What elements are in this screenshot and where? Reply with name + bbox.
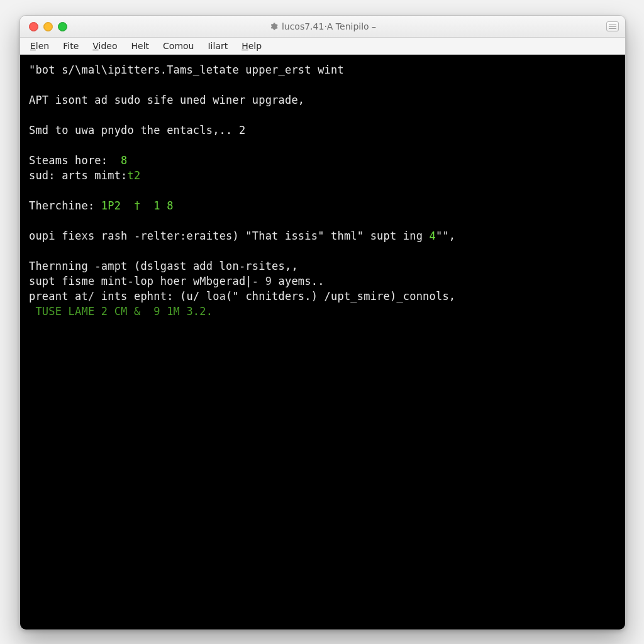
terminal-text: † xyxy=(134,199,140,212)
terminal-text: 1P2 xyxy=(101,199,134,212)
terminal-text: : (u/ lo xyxy=(167,290,219,303)
terminal-line: "bot s/\mal\ipitters.Tams_letate upper_e… xyxy=(29,62,616,77)
terminal-text: / xyxy=(88,290,94,303)
window-title: lucos7.41·A Tenipilo – xyxy=(282,21,376,31)
terminal-line: APT isont ad sudo sife uned winer upgrad… xyxy=(29,92,616,108)
terminal-line xyxy=(29,77,616,92)
terminal-text: mint-lop hoer w xyxy=(94,275,199,287)
terminal-text: 9 xyxy=(265,275,272,287)
window-menu-icon[interactable] xyxy=(606,21,619,31)
menu-item-helt[interactable]: Helt xyxy=(125,40,156,52)
terminal-line xyxy=(29,213,616,228)
terminal-line: sud: arts mimt:t2 xyxy=(29,168,616,183)
titlebar-right xyxy=(606,21,625,31)
terminal-line: Smd to uwa pnydo the entacls,.. 2 xyxy=(29,123,616,138)
terminal-text: ayems.. xyxy=(272,275,324,287)
terminal-text: M xyxy=(199,275,206,287)
terminal-text: Steams hore: xyxy=(29,154,121,167)
terminal-text: TUSE LAME 2 CM & 9 1M 3.2. xyxy=(29,305,213,318)
terminal-text: "", xyxy=(436,230,455,242)
window-controls xyxy=(20,22,67,31)
terminal-text: 8 xyxy=(121,154,127,167)
terminal-text: p xyxy=(114,260,121,272)
menu-item-comou[interactable]: Comou xyxy=(157,40,200,52)
terminal-text: t (dslgast add lon-rsites,, xyxy=(121,260,298,272)
terminal-text: e xyxy=(88,275,94,287)
terminal-text: Smd to uwa pnydo the entacls,.. 2 xyxy=(29,124,245,136)
menu-item-fite[interactable]: Fite xyxy=(57,40,85,52)
terminal-line: TUSE LAME 2 CM & 9 1M 3.2. xyxy=(29,304,616,319)
terminal-line: supt fisme mint-lop hoer wMbgerad|- 9 ay… xyxy=(29,274,616,289)
terminal-text: (" chnitders.) /upt_smire)_connols, xyxy=(226,290,455,303)
menu-item-elen[interactable]: Elen xyxy=(24,40,55,52)
terminal-text: x xyxy=(81,230,87,242)
menubar: ElenFiteVideoHeltComouIilartHelp xyxy=(20,38,625,55)
terminal-window: lucos7.41·A Tenipilo – ElenFiteVideoHelt… xyxy=(19,15,626,630)
window-title-area: lucos7.41·A Tenipilo – xyxy=(20,21,625,31)
terminal-text: bgerad|- xyxy=(206,275,265,287)
terminal-line xyxy=(29,183,616,198)
terminal-line: Thernning -ampt (dslgast add lon-rsites,… xyxy=(29,258,616,274)
titlebar: lucos7.41·A Tenipilo – xyxy=(20,16,625,38)
terminal-text: oupi fie xyxy=(29,230,81,242)
terminal-text: Thernning -am xyxy=(29,260,114,272)
terminal-line: Therchine: 1P2 † 1 8 xyxy=(29,198,616,213)
menu-item-iilart[interactable]: Iilart xyxy=(201,40,234,52)
terminal-text: t2 xyxy=(128,169,141,182)
terminal-text: 1 8 xyxy=(140,199,173,212)
maximize-button[interactable] xyxy=(58,22,67,31)
terminal-text: ints ephn xyxy=(94,290,160,303)
terminal-text: Therchine: xyxy=(29,199,101,212)
terminal-text: a xyxy=(219,290,226,303)
terminal-text: preant at xyxy=(29,290,88,303)
menu-item-video[interactable]: Video xyxy=(86,40,123,52)
terminal-line: preant at/ ints ephnt: (u/ loa(" chnitde… xyxy=(29,289,616,304)
terminal-text: : xyxy=(180,230,186,242)
terminal-line xyxy=(29,138,616,153)
menu-item-help[interactable]: Help xyxy=(235,40,268,52)
close-button[interactable] xyxy=(29,22,38,31)
terminal-text: "bot s/\mal\ipitters.Tams_letate upper_e… xyxy=(29,64,344,76)
terminal-text: s rash -relter xyxy=(88,230,180,242)
terminal-output[interactable]: "bot s/\mal\ipitters.Tams_letate upper_e… xyxy=(20,55,625,630)
terminal-text: 4 xyxy=(430,230,436,242)
terminal-text: eraites) "That issis" thml" supt ing xyxy=(186,230,429,242)
terminal-text: sud: arts mimt: xyxy=(29,169,128,182)
gear-icon xyxy=(269,22,278,31)
terminal-text: t xyxy=(160,290,167,303)
terminal-line: Steams hore: 8 xyxy=(29,153,616,168)
terminal-text: supt fism xyxy=(29,275,88,287)
terminal-line xyxy=(29,108,616,123)
terminal-line: oupi fiexs rash -relter:eraites) "That i… xyxy=(29,228,616,243)
terminal-text: APT isont ad sudo sife uned winer upgrad… xyxy=(29,94,304,106)
minimize-button[interactable] xyxy=(43,22,53,31)
terminal-line xyxy=(29,243,616,258)
